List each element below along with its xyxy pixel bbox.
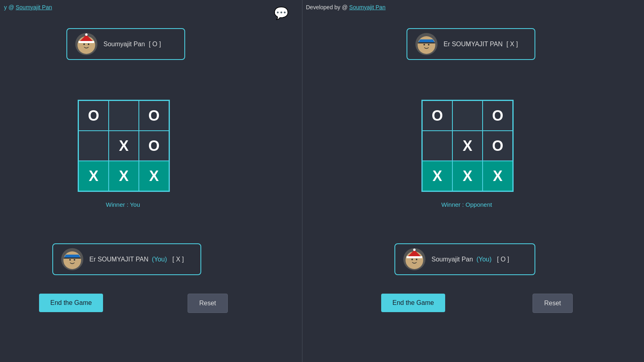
svg-point-5 [83,43,85,45]
player-name-bottom-left: Er SOUMYAJIT PAN (You) [ X ] [89,256,184,263]
cell[interactable]: X [78,161,109,191]
board-left[interactable]: OOXOXXX [78,100,170,192]
svg-point-12 [69,259,71,261]
chat-icon[interactable]: 💬 [274,6,289,20]
winner-right: Winner : Opponent [421,201,512,208]
panel-divider [302,0,303,362]
cell[interactable]: X [452,161,483,191]
svg-rect-3 [78,41,94,43]
cell[interactable]: X [483,161,513,191]
player-name-bottom-right: Soumyajit Pan (You) [ O ] [431,256,509,263]
cell[interactable] [452,101,483,131]
svg-point-26 [411,259,413,260]
avatar-top-right [415,33,438,55]
svg-point-13 [74,259,75,261]
cell[interactable] [109,101,139,131]
cell[interactable]: X [422,161,452,191]
end-game-button-right[interactable]: End the Game [381,294,445,312]
reset-button-right[interactable]: Reset [533,294,573,313]
end-game-button-left[interactable]: End the Game [39,294,103,312]
header-right-text: Developed by @ [306,4,348,10]
reset-button-left[interactable]: Reset [188,294,228,313]
header-left: y @ Soumyajit Pan [4,4,52,10]
cell[interactable]: X [139,161,169,191]
avatar-top-left [75,33,97,55]
player-name-top-left: Soumyajit Pan [ O ] [103,41,161,48]
winner-text-left: Winner : You [78,201,168,208]
cell[interactable] [78,131,109,161]
cell[interactable]: O [483,131,513,161]
svg-point-6 [88,43,89,45]
cell[interactable]: O [139,101,169,131]
svg-point-4 [85,33,88,36]
cell[interactable]: X [109,161,139,191]
header-left-prefix: y @ [4,4,14,10]
svg-rect-18 [418,42,435,43]
cell[interactable]: O [422,101,452,131]
player-card-bottom-left: Er SOUMYAJIT PAN (You) [ X ] [52,243,201,275]
svg-rect-11 [64,257,81,259]
svg-point-27 [416,259,417,260]
cell[interactable] [422,131,452,161]
player-card-bottom-right: Soumyajit Pan (You) [ O ] [394,243,535,275]
avatar-bottom-right [403,248,425,270]
cell[interactable]: O [139,131,169,161]
svg-rect-24 [407,256,422,258]
svg-point-19 [423,44,425,45]
cell[interactable]: O [483,101,513,131]
svg-point-20 [428,44,429,45]
avatar-bottom-left [61,248,83,270]
header-right: Developed by @ Soumyajit Pan [306,4,386,10]
header-right-link[interactable]: Soumyajit Pan [349,4,386,10]
cell[interactable]: X [109,131,139,161]
winner-text-right: Winner : Opponent [421,201,512,208]
player-name-top-right: Er SOUMYAJIT PAN [ X ] [444,41,518,48]
cell[interactable]: O [78,101,109,131]
board-right[interactable]: OOXOXXX [421,100,514,192]
svg-point-25 [413,249,416,251]
winner-left: Winner : You [78,201,168,208]
player-card-top-left: Soumyajit Pan [ O ] [66,28,185,60]
player-card-top-right: Er SOUMYAJIT PAN [ X ] [407,28,535,60]
header-left-link[interactable]: Soumyajit Pan [16,4,52,10]
cell[interactable]: X [452,131,483,161]
